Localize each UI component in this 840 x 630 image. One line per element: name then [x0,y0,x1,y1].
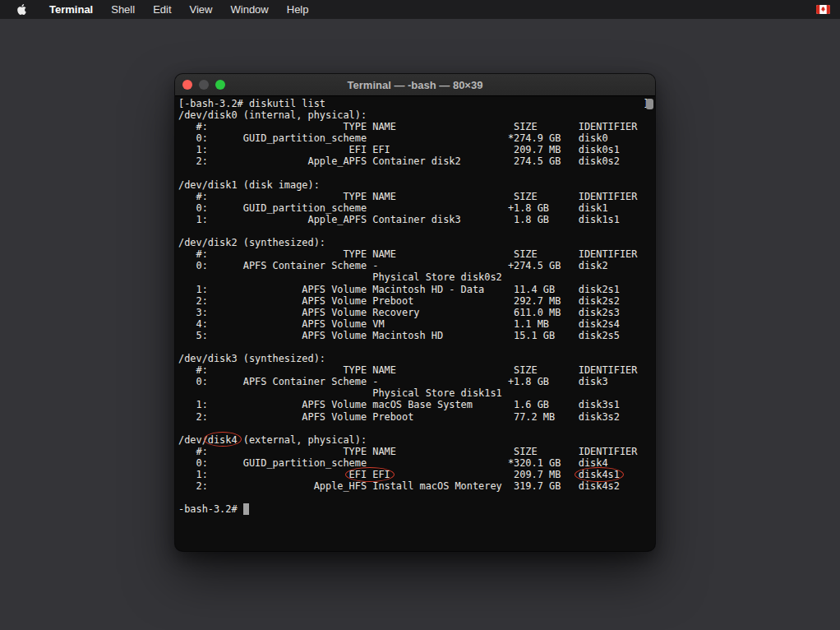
terminal-line: 1: EFI EFI 209.7 MB disk4s1 [178,469,655,480]
zoom-button[interactable] [215,80,225,90]
terminal-line [178,225,655,237]
terminal-line: 2: APFS Volume Preboot 77.2 MB disk3s2 [178,411,655,423]
annotation-circle: disk4 [208,434,238,446]
menu-items: TerminalShellEditViewWindowHelp [40,0,318,19]
annotation-circle: EFI EFI [349,469,390,480]
terminal-line: /dev/disk3 (synthesized): [178,353,655,364]
terminal-line: 1: Apple_APFS Container disk3 1.8 GB dis… [178,214,655,225]
terminal-line: /dev/disk2 (synthesized): [178,237,655,248]
menu-bar: TerminalShellEditViewWindowHelp [0,0,840,19]
annotation-circle: disk4s1 [579,469,620,480]
apple-menu[interactable] [16,4,27,15]
terminal-line: /dev/disk4 (external, physical): [178,434,655,446]
menu-bar-status-area [816,5,830,14]
window-title: Terminal — -bash — 80×39 [348,79,483,91]
terminal-line [178,492,655,503]
terminal-line: 2: Apple_HFS Install macOS Monterey 319.… [178,480,655,492]
menu-item-terminal[interactable]: Terminal [40,3,102,16]
close-button[interactable] [182,80,192,90]
terminal-line: 0: GUID_partition_scheme *274.9 GB disk0 [178,132,655,144]
input-source-menu[interactable] [816,5,830,14]
terminal-line: 1: APFS Volume Macintosh HD - Data 11.4 … [178,284,655,295]
terminal-content[interactable]: [-bash-3.2# diskutil list ]/dev/disk0 (i… [175,96,655,551]
terminal-line: 4: APFS Volume VM 1.1 MB disk2s4 [178,318,655,330]
terminal-line: /dev/disk0 (internal, physical): [178,109,655,121]
terminal-line: 0: GUID_partition_scheme +1.8 GB disk1 [178,202,655,214]
menu-item-view[interactable]: View [181,3,222,16]
terminal-cursor [243,503,249,515]
menu-item-edit[interactable]: Edit [144,3,180,16]
canada-flag-icon [816,5,830,14]
menu-item-window[interactable]: Window [222,3,278,16]
terminal-line: #: TYPE NAME SIZE IDENTIFIER [178,364,655,376]
scrollbar-thumb[interactable] [646,99,653,109]
terminal-line: Physical Store disk1s1 [178,387,655,399]
terminal-line [178,341,655,353]
terminal-line: #: TYPE NAME SIZE IDENTIFIER [178,446,655,457]
terminal-line: 0: GUID_partition_scheme *320.1 GB disk4 [178,457,655,469]
terminal-line: #: TYPE NAME SIZE IDENTIFIER [178,121,655,132]
terminal-line: Physical Store disk0s2 [178,271,655,283]
terminal-line: -bash-3.2# [178,503,655,515]
terminal-line: 1: APFS Volume macOS Base System 1.6 GB … [178,399,655,410]
window-title-bar[interactable]: Terminal — -bash — 80×39 [175,74,655,96]
terminal-line: /dev/disk1 (disk image): [178,179,655,191]
terminal-line: 1: EFI EFI 209.7 MB disk0s1 [178,144,655,155]
terminal-output: [-bash-3.2# diskutil list ]/dev/disk0 (i… [178,98,655,515]
terminal-line: 2: APFS Volume Preboot 292.7 MB disk2s2 [178,295,655,307]
terminal-line: 0: APFS Container Scheme - +1.8 GB disk3 [178,376,655,387]
terminal-line: 5: APFS Volume Macintosh HD 15.1 GB disk… [178,330,655,341]
terminal-window: Terminal — -bash — 80×39 [-bash-3.2# dis… [175,74,655,551]
terminal-line [178,423,655,434]
terminal-line [178,168,655,179]
terminal-line: 3: APFS Volume Recovery 611.0 MB disk2s3 [178,307,655,318]
terminal-line: 0: APFS Container Scheme - +274.5 GB dis… [178,260,655,271]
apple-logo-icon [16,4,27,15]
terminal-line: 2: Apple_APFS Container disk2 274.5 GB d… [178,155,655,167]
terminal-line: [-bash-3.2# diskutil list ] [178,98,655,109]
terminal-line: #: TYPE NAME SIZE IDENTIFIER [178,248,655,260]
traffic-lights [182,80,225,90]
menu-item-shell[interactable]: Shell [102,3,144,16]
terminal-line: #: TYPE NAME SIZE IDENTIFIER [178,191,655,202]
menu-item-help[interactable]: Help [278,3,318,16]
minimize-button[interactable] [199,80,209,90]
